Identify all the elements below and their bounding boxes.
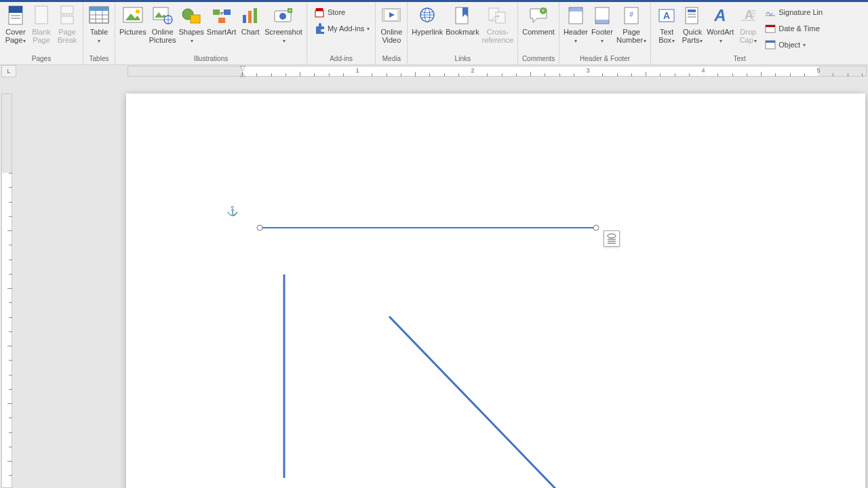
svg-rect-23 bbox=[224, 9, 231, 15]
date-time-button[interactable]: Date & Time bbox=[762, 22, 825, 35]
page-number-icon: # bbox=[623, 6, 639, 25]
drop-cap-button[interactable]: A Drop Cap▾ bbox=[735, 3, 761, 45]
svg-text:#: # bbox=[629, 11, 633, 18]
shapes-icon bbox=[181, 7, 201, 24]
comment-icon: + bbox=[528, 7, 549, 24]
group-headerfooter: Header▾ Footer▾ # Page Number▾ Header & … bbox=[559, 2, 651, 64]
svg-rect-35 bbox=[382, 9, 385, 21]
crossref-icon bbox=[488, 7, 508, 24]
svg-rect-4 bbox=[35, 6, 47, 24]
svg-rect-9 bbox=[90, 7, 108, 11]
blank-page-button[interactable]: Blank Page bbox=[28, 3, 54, 44]
footer-icon bbox=[594, 6, 610, 25]
quick-parts-button[interactable]: Quick Parts▾ bbox=[679, 3, 705, 45]
selection-handle-left[interactable] bbox=[257, 225, 263, 231]
cross-reference-button[interactable]: Cross- reference bbox=[481, 3, 515, 44]
hyperlink-button[interactable]: Hyperlink bbox=[410, 3, 444, 36]
comment-button[interactable]: + Comment bbox=[521, 3, 556, 36]
svg-rect-48 bbox=[569, 7, 583, 12]
anchor-icon: ⚓ bbox=[226, 205, 238, 216]
online-pictures-button[interactable]: Online Pictures bbox=[148, 3, 178, 44]
page-number-button[interactable]: # Page Number▾ bbox=[615, 3, 648, 45]
video-icon bbox=[381, 7, 401, 24]
table-icon bbox=[89, 6, 109, 25]
wordart-button[interactable]: A WordArt▾ bbox=[705, 3, 735, 45]
signature-line-button[interactable]: Signature Lin bbox=[762, 5, 825, 19]
wordart-icon: A bbox=[711, 7, 730, 24]
svg-rect-1 bbox=[9, 6, 22, 13]
group-illustrations: Pictures Online Pictures Shapes▾ SmartAr… bbox=[115, 2, 307, 64]
shapes-button[interactable]: Shapes▾ bbox=[178, 3, 205, 45]
group-label-addins: Add-ins bbox=[330, 54, 353, 64]
object-icon bbox=[765, 40, 776, 49]
chart-icon bbox=[241, 7, 259, 24]
cover-page-button[interactable]: Cover Page▾ bbox=[3, 3, 28, 45]
chart-button[interactable]: Chart bbox=[237, 3, 263, 36]
document-page[interactable]: ⚓ bbox=[126, 94, 865, 488]
svg-text:+: + bbox=[288, 7, 292, 14]
horizontal-ruler[interactable]: 12345▽△ bbox=[127, 66, 867, 77]
svg-rect-28 bbox=[254, 8, 257, 23]
svg-point-16 bbox=[136, 9, 140, 14]
smartart-icon bbox=[212, 7, 232, 24]
bookmark-icon bbox=[454, 6, 471, 25]
group-label-text: Text bbox=[733, 54, 745, 64]
group-label-links: Links bbox=[455, 54, 471, 64]
group-tables: Table▾ Tables bbox=[83, 2, 115, 64]
store-button[interactable]: Store bbox=[311, 5, 372, 19]
group-comments: + Comment Comments bbox=[518, 2, 559, 64]
object-button[interactable]: Object ▾ bbox=[762, 38, 825, 52]
selection-handle-right[interactable] bbox=[593, 225, 599, 231]
svg-rect-36 bbox=[397, 9, 400, 21]
shape-line-diagonal[interactable] bbox=[388, 315, 578, 488]
svg-rect-6 bbox=[61, 16, 73, 24]
svg-rect-57 bbox=[688, 14, 696, 15]
footer-button[interactable]: Footer▾ bbox=[589, 3, 615, 45]
screenshot-button[interactable]: + Screenshot▾ bbox=[263, 3, 304, 45]
layout-options-button[interactable] bbox=[604, 230, 620, 247]
ruler-corner[interactable]: L bbox=[1, 65, 16, 77]
hyperlink-icon bbox=[417, 7, 437, 24]
svg-rect-50 bbox=[595, 20, 609, 24]
svg-rect-3 bbox=[11, 18, 20, 19]
layout-options-icon bbox=[606, 233, 617, 244]
svg-rect-27 bbox=[248, 11, 252, 23]
drop-cap-icon: A bbox=[739, 7, 757, 24]
shape-line-vertical[interactable] bbox=[282, 274, 286, 478]
quick-parts-icon bbox=[684, 6, 701, 25]
header-icon bbox=[568, 6, 584, 25]
text-box-icon: A bbox=[658, 7, 675, 24]
svg-line-75 bbox=[389, 317, 576, 488]
bookmark-button[interactable]: Bookmark bbox=[444, 3, 481, 36]
group-label-headerfooter: Header & Footer bbox=[580, 54, 630, 64]
svg-rect-24 bbox=[218, 18, 225, 23]
page-break-button[interactable]: Page Break bbox=[54, 3, 80, 44]
group-pages: Cover Page▾ Blank Page Page Break Pages bbox=[0, 2, 83, 64]
signature-icon bbox=[765, 7, 776, 17]
svg-rect-22 bbox=[213, 9, 220, 15]
table-button[interactable]: Table▾ bbox=[86, 3, 112, 45]
svg-text:A: A bbox=[714, 7, 726, 24]
pictures-button[interactable]: Pictures bbox=[118, 3, 148, 36]
datetime-icon bbox=[765, 24, 776, 33]
svg-rect-33 bbox=[315, 11, 323, 17]
ribbon: Cover Page▾ Blank Page Page Break Pages … bbox=[0, 2, 868, 65]
my-addins-button[interactable]: My Add-ins ▾ bbox=[311, 22, 372, 35]
svg-rect-26 bbox=[243, 15, 246, 23]
group-label-comments: Comments bbox=[522, 54, 555, 64]
svg-rect-58 bbox=[688, 16, 696, 18]
header-button[interactable]: Header▾ bbox=[562, 3, 589, 45]
page-break-icon bbox=[59, 5, 75, 26]
pictures-icon bbox=[123, 7, 143, 24]
svg-marker-25 bbox=[220, 12, 224, 15]
svg-rect-69 bbox=[766, 41, 775, 43]
group-links: Hyperlink Bookmark Cross- reference Link… bbox=[408, 2, 518, 64]
group-label-pages: Pages bbox=[32, 54, 51, 64]
text-box-button[interactable]: A Text Box▾ bbox=[654, 3, 679, 45]
online-video-button[interactable]: Online Video bbox=[378, 3, 404, 44]
vertical-ruler[interactable] bbox=[1, 94, 12, 488]
shape-line-horizontal[interactable] bbox=[258, 226, 597, 230]
smartart-button[interactable]: SmartArt bbox=[205, 3, 237, 36]
store-icon bbox=[314, 7, 325, 18]
cover-page-icon bbox=[7, 5, 24, 26]
